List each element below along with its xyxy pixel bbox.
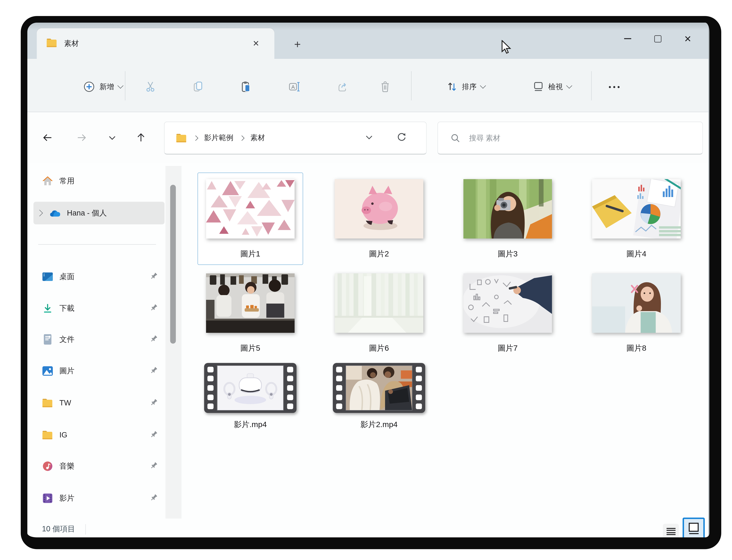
address-dropdown-button[interactable] (365, 133, 373, 143)
sidebar-scrollbar-track[interactable] (166, 166, 182, 519)
copy-button[interactable] (192, 81, 204, 92)
file-tile-image6[interactable]: 圖片6 (326, 267, 432, 359)
maximize-button[interactable] (643, 28, 673, 49)
recent-locations-button[interactable] (103, 128, 122, 147)
file-label: 影片2.mp4 (360, 419, 397, 430)
circle-plus-icon (83, 81, 95, 93)
tab-title: 素材 (64, 39, 250, 49)
sidebar-item-downloads[interactable]: 下載 (34, 298, 165, 319)
view-button[interactable]: 檢視 (533, 81, 571, 92)
sidebar-item-onedrive[interactable]: Hana - 個人 (34, 202, 165, 224)
file-label: 圖片2 (369, 249, 389, 259)
sidebar-item-documents[interactable]: 文件 (34, 329, 165, 350)
tab-material-folder[interactable]: 素材 ✕ (37, 28, 274, 59)
desktop-icon (42, 271, 53, 282)
sidebar-item-pictures[interactable]: 圖片 (34, 361, 165, 381)
tab-strip: 素材 ✕ + ✕ (27, 22, 709, 59)
filmstrip-thumbnail (333, 363, 425, 413)
status-bar: 10 個項目 (27, 521, 709, 538)
file-tile-image3[interactable]: 圖片3 (455, 173, 561, 265)
toolbar-separator (125, 71, 126, 100)
file-tile-image1[interactable]: 圖片1 (198, 173, 303, 265)
rename-icon: A (289, 81, 301, 92)
forward-button[interactable] (72, 128, 91, 147)
refresh-icon (396, 131, 407, 143)
chevron-right-icon[interactable] (36, 210, 43, 216)
sidebar-scrollbar-thumb[interactable] (170, 185, 176, 344)
refresh-button[interactable] (396, 131, 407, 144)
file-tile-video1[interactable]: 影片.mp4 (198, 361, 303, 453)
image7-thumbnail (463, 273, 552, 333)
videos-icon (42, 493, 53, 504)
file-tile-image2[interactable]: 圖片2 (326, 173, 432, 265)
search-input[interactable] (468, 133, 668, 143)
image3-thumbnail (463, 179, 552, 239)
up-button[interactable] (132, 128, 150, 147)
sidebar-item-home[interactable]: 常用 (34, 171, 165, 191)
chevron-down-icon (480, 82, 486, 88)
tab-close-button[interactable]: ✕ (250, 38, 262, 50)
item-count: 10 個項目 (42, 524, 75, 534)
folder-icon (42, 397, 53, 409)
search-box[interactable] (437, 122, 703, 155)
delete-button[interactable] (380, 81, 391, 92)
minimize-button[interactable] (612, 28, 643, 49)
sidebar-item-videos[interactable]: 影片 (34, 488, 165, 509)
command-toolbar: 新增 A 排序 (27, 59, 709, 112)
sidebar-item-ig-folder[interactable]: IG (34, 425, 165, 446)
arrow-up-icon (135, 132, 147, 143)
back-button[interactable] (38, 128, 57, 147)
file-tile-image5[interactable]: 圖片5 (198, 267, 303, 359)
breadcrumb-chevron-icon (193, 135, 198, 140)
sidebar-item-tw-folder[interactable]: TW (34, 393, 165, 413)
folder-icon (42, 430, 53, 441)
arrow-right-icon (76, 132, 87, 143)
pin-icon (150, 272, 158, 282)
file-label: 圖片6 (369, 343, 389, 354)
rename-button[interactable]: A (289, 81, 301, 92)
new-button[interactable]: 新增 (83, 81, 123, 93)
ellipsis-icon: ••• (609, 83, 622, 91)
mouse-cursor (501, 40, 515, 55)
chevron-down-icon (365, 133, 373, 141)
file-tile-image4[interactable]: 圖片4 (584, 173, 689, 265)
toolbar-separator (411, 71, 412, 100)
image4-thumbnail (592, 179, 681, 239)
sort-arrows-icon (447, 81, 458, 92)
new-tab-button[interactable]: + (289, 36, 305, 52)
close-button[interactable]: ✕ (673, 28, 703, 49)
image1-thumbnail (206, 179, 295, 239)
svg-text:A: A (291, 84, 295, 90)
breadcrumb-chevron-icon (239, 135, 244, 140)
chevron-down-icon (108, 133, 117, 142)
download-icon (42, 303, 53, 314)
status-separator (85, 524, 86, 534)
address-bar[interactable]: 影片範例 素材 (164, 122, 427, 155)
paste-button[interactable] (240, 81, 252, 92)
sort-button[interactable]: 排序 (447, 81, 485, 92)
arrow-left-icon (42, 132, 53, 143)
breadcrumb-parent[interactable]: 影片範例 (204, 133, 233, 143)
file-label: 影片.mp4 (234, 419, 267, 430)
details-view-button[interactable] (663, 524, 679, 538)
image6-thumbnail (335, 273, 423, 333)
file-label: 圖片8 (626, 343, 646, 354)
sidebar-item-desktop[interactable]: 桌面 (34, 266, 165, 287)
share-icon (337, 81, 348, 92)
file-tile-image8[interactable]: 圖片8 (584, 267, 689, 359)
scissors-icon (145, 81, 156, 92)
file-label: 圖片4 (626, 249, 646, 259)
sidebar-item-music[interactable]: 音樂 (34, 456, 165, 477)
large-icons-view-button[interactable] (683, 518, 705, 537)
breadcrumb-current[interactable]: 素材 (250, 133, 265, 143)
copy-icon (192, 81, 204, 92)
document-icon (42, 334, 53, 345)
onedrive-cloud-icon (50, 207, 61, 219)
more-options-button[interactable]: ••• (609, 83, 622, 91)
share-button[interactable] (337, 81, 348, 92)
file-tile-image7[interactable]: 圖片7 (455, 267, 561, 359)
image2-thumbnail (335, 179, 423, 239)
cut-button[interactable] (145, 81, 156, 92)
clipboard-icon (240, 81, 252, 92)
file-tile-video2[interactable]: 影片2.mp4 (326, 361, 432, 453)
